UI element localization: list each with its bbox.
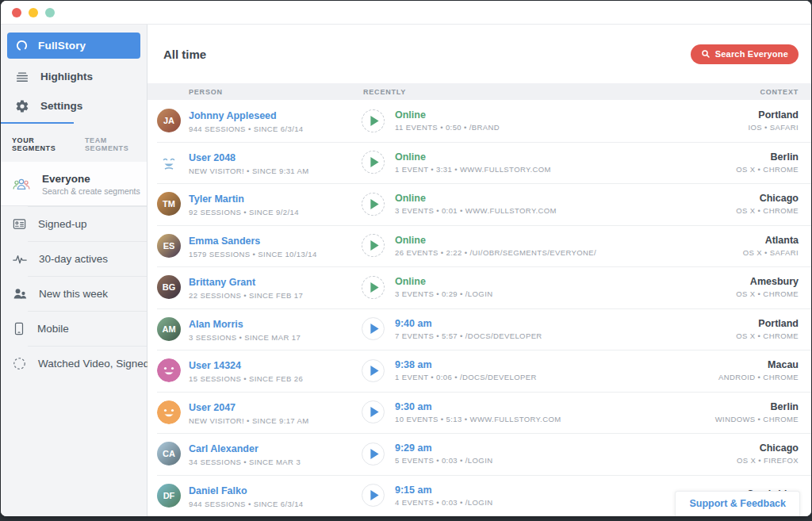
mobile-icon bbox=[12, 321, 26, 336]
play-button[interactable] bbox=[362, 109, 385, 132]
fullstory-logo-icon bbox=[15, 39, 29, 52]
pulse-icon bbox=[12, 251, 28, 266]
segment-label: Mobile bbox=[37, 323, 69, 335]
avatar bbox=[157, 400, 181, 424]
table-row[interactable]: CA Carl Alexander 34 SESSIONS • SINCE MA… bbox=[147, 433, 811, 475]
status-text: 9:40 am bbox=[395, 318, 542, 329]
context-meta: IOS • SAFARI bbox=[653, 123, 799, 132]
session-meta: 15 SESSIONS • SINCE FEB 26 bbox=[189, 374, 362, 383]
sidebar-item-label: Settings bbox=[40, 100, 82, 112]
status-text: Online bbox=[395, 193, 557, 204]
sidebar-item-settings[interactable]: Settings bbox=[1, 91, 147, 121]
window-titlebar bbox=[1, 1, 811, 25]
sidebar-item-label: Highlights bbox=[40, 71, 93, 82]
person-name-link[interactable]: Emma Sanders bbox=[189, 236, 260, 247]
context-meta: WINDOWS • CHROME bbox=[653, 415, 799, 423]
segment-tabs: Your Segments Team Segments bbox=[1, 128, 147, 157]
segment-item-new-this-week[interactable]: New this week bbox=[1, 276, 147, 311]
status-text: Online bbox=[395, 235, 596, 246]
avatar bbox=[157, 151, 181, 174]
session-meta: NEW VISITOR! • SINCE 9:17 AM bbox=[189, 416, 362, 425]
play-button[interactable] bbox=[362, 276, 385, 299]
person-name-link[interactable]: User 2048 bbox=[189, 152, 236, 163]
table-row[interactable]: User 14324 15 SESSIONS • SINCE FEB 26 9:… bbox=[147, 350, 811, 392]
search-everyone-label: Search Everyone bbox=[715, 49, 788, 59]
context-city: Berlin bbox=[653, 401, 799, 412]
table-row[interactable]: JA Johnny Appleseed 944 SESSIONS • SINCE… bbox=[147, 100, 811, 142]
status-text: 9:29 am bbox=[395, 442, 492, 454]
play-button[interactable] bbox=[362, 193, 385, 216]
event-meta: 10 EVENTS • 5:13 • WWW.FULLSTORY.COM bbox=[395, 415, 561, 423]
segment-item-watched-video-signed-u[interactable]: Watched Video, Signed-u... bbox=[1, 346, 147, 381]
gear-icon bbox=[15, 99, 29, 113]
avatar: ES bbox=[157, 234, 181, 258]
person-name-link[interactable]: Tyler Martin bbox=[189, 193, 244, 205]
segment-item-mobile[interactable]: Mobile bbox=[1, 311, 147, 346]
segment-item-30-day-actives[interactable]: 30-day actives bbox=[1, 241, 147, 276]
main-header: All time Search Everyone bbox=[147, 25, 811, 83]
context-meta: OS X • CHROME bbox=[653, 289, 799, 298]
play-button[interactable] bbox=[362, 317, 385, 340]
column-recently: Recently bbox=[363, 88, 653, 96]
session-meta: 944 SESSIONS • SINCE 6/3/14 bbox=[189, 500, 362, 508]
search-icon bbox=[701, 49, 710, 59]
session-meta: 1579 SESSIONS • SINCE 10/13/14 bbox=[189, 250, 362, 259]
traffic-light-close-button[interactable] bbox=[12, 8, 21, 17]
session-meta: 34 SESSIONS • SINCE MAR 3 bbox=[189, 458, 362, 466]
play-button[interactable] bbox=[362, 484, 385, 507]
person-name-link[interactable]: Daniel Falko bbox=[189, 485, 247, 496]
support-feedback-button[interactable]: Support & Feedback bbox=[675, 491, 800, 516]
play-button[interactable] bbox=[362, 442, 385, 465]
avatar: DF bbox=[157, 484, 181, 508]
segment-label: Everyone bbox=[42, 173, 140, 185]
avatar: JA bbox=[157, 109, 181, 132]
session-meta: NEW VISITOR! • SINCE 9:31 AM bbox=[189, 167, 362, 175]
person-name-link[interactable]: Johnny Appleseed bbox=[189, 110, 277, 121]
fullstory-label: FullStory bbox=[38, 40, 86, 52]
avatar: TM bbox=[157, 192, 181, 216]
traffic-light-minimize-button[interactable] bbox=[29, 8, 38, 17]
event-meta: 4 EVENTS • 0:03 • /LOGIN bbox=[395, 498, 492, 507]
play-button[interactable] bbox=[362, 359, 385, 382]
tab-team-segments[interactable]: Team Segments bbox=[74, 130, 147, 157]
table-row[interactable]: BG Brittany Grant 22 SESSIONS • SINCE FE… bbox=[147, 266, 811, 308]
sidebar-item-fullstory[interactable]: FullStory bbox=[7, 33, 140, 59]
sidebar-nav: Highlights Settings bbox=[1, 62, 147, 121]
avatar: AM bbox=[157, 317, 181, 341]
context-city: Atlanta bbox=[653, 235, 799, 246]
person-name-link[interactable]: Carl Alexander bbox=[189, 443, 259, 454]
segment-label: New this week bbox=[39, 288, 108, 300]
segment-item-signed-up[interactable]: Signed-up bbox=[1, 206, 147, 241]
context-city: Portland bbox=[653, 109, 799, 121]
person-name-link[interactable]: Alan Morris bbox=[189, 319, 243, 330]
context-meta: OS X • SAFARI bbox=[653, 248, 799, 257]
id-card-icon bbox=[12, 216, 27, 232]
session-meta: 944 SESSIONS • SINCE 6/3/14 bbox=[189, 125, 362, 133]
context-city: Chicago bbox=[653, 442, 799, 454]
table-row[interactable]: User 2047 NEW VISITOR! • SINCE 9:17 AM 9… bbox=[147, 392, 811, 434]
search-everyone-button[interactable]: Search Everyone bbox=[691, 44, 799, 64]
traffic-light-zoom-button[interactable] bbox=[45, 8, 55, 17]
segment-label: Signed-up bbox=[38, 218, 87, 230]
time-filter[interactable]: All time bbox=[163, 48, 206, 61]
context-meta: ANDROID • CHROME bbox=[653, 373, 799, 381]
segment-item-everyone[interactable]: Everyone Search & create segments bbox=[1, 162, 147, 206]
sidebar-item-highlights[interactable]: Highlights bbox=[1, 62, 147, 91]
column-person: Person bbox=[147, 88, 363, 96]
context-meta: OS X • CHROME bbox=[653, 165, 799, 174]
segment-list: Everyone Search & create segments Signed… bbox=[1, 162, 147, 516]
play-button[interactable] bbox=[362, 234, 385, 257]
play-button[interactable] bbox=[362, 400, 385, 423]
event-meta: 5 EVENTS • 0:03 • /LOGIN bbox=[395, 456, 492, 465]
play-button[interactable] bbox=[362, 151, 385, 174]
context-city: Berlin bbox=[653, 151, 799, 163]
people-group-icon bbox=[12, 176, 31, 192]
table-row[interactable]: ES Emma Sanders 1579 SESSIONS • SINCE 10… bbox=[147, 225, 811, 267]
tab-your-segments[interactable]: Your Segments bbox=[1, 130, 74, 157]
person-name-link[interactable]: User 2047 bbox=[189, 402, 236, 413]
person-name-link[interactable]: User 14324 bbox=[189, 360, 241, 371]
table-row[interactable]: User 2048 NEW VISITOR! • SINCE 9:31 AM O… bbox=[147, 142, 811, 184]
table-row[interactable]: TM Tyler Martin 92 SESSIONS • SINCE 9/2/… bbox=[147, 183, 811, 225]
person-name-link[interactable]: Brittany Grant bbox=[189, 277, 255, 288]
table-row[interactable]: AM Alan Morris 3 SESSIONS • SINCE MAR 17… bbox=[147, 308, 811, 351]
